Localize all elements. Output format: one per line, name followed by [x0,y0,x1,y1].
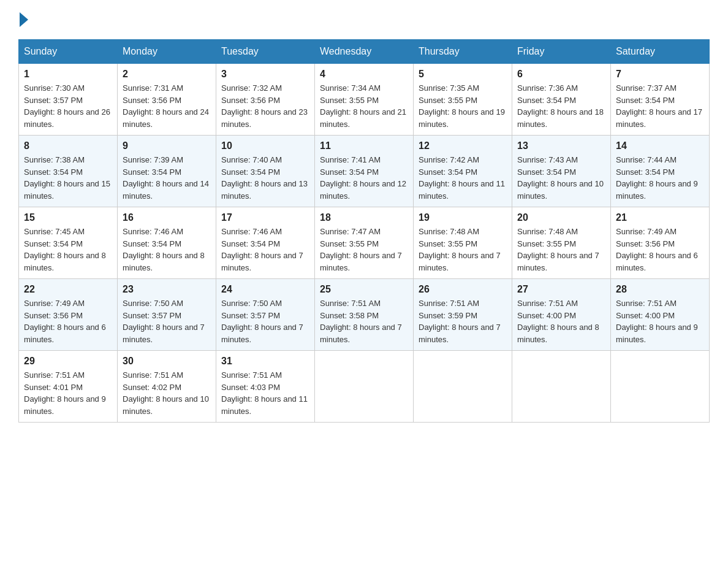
day-number: 27 [517,284,605,295]
calendar-cell: 16 Sunrise: 7:46 AMSunset: 3:54 PMDaylig… [118,207,216,279]
calendar-cell: 20 Sunrise: 7:48 AMSunset: 3:55 PMDaylig… [512,207,611,279]
calendar-cell: 6 Sunrise: 7:36 AMSunset: 3:54 PMDayligh… [512,64,611,136]
calendar-cell: 24 Sunrise: 7:50 AMSunset: 3:57 PMDaylig… [216,279,315,351]
day-number: 29 [24,356,112,367]
calendar-week-row: 29 Sunrise: 7:51 AMSunset: 4:01 PMDaylig… [19,351,710,423]
day-number: 5 [419,69,507,80]
day-info: Sunrise: 7:42 AMSunset: 3:54 PMDaylight:… [419,155,505,201]
calendar-cell: 4 Sunrise: 7:34 AMSunset: 3:55 PMDayligh… [315,64,414,136]
calendar-cell [414,351,512,423]
day-info: Sunrise: 7:35 AMSunset: 3:55 PMDaylight:… [419,83,505,129]
day-number: 1 [24,69,112,80]
weekday-header: Saturday [611,40,710,64]
day-info: Sunrise: 7:40 AMSunset: 3:54 PMDaylight:… [221,155,308,201]
day-number: 9 [123,140,211,151]
day-number: 11 [320,140,408,151]
calendar-cell: 12 Sunrise: 7:42 AMSunset: 3:54 PMDaylig… [414,136,512,207]
calendar-cell: 17 Sunrise: 7:46 AMSunset: 3:54 PMDaylig… [216,207,315,279]
day-number: 16 [123,212,211,223]
day-info: Sunrise: 7:45 AMSunset: 3:54 PMDaylight:… [24,227,106,272]
day-info: Sunrise: 7:51 AMSunset: 4:00 PMDaylight:… [616,299,698,344]
day-number: 31 [221,356,309,367]
calendar-cell: 29 Sunrise: 7:51 AMSunset: 4:01 PMDaylig… [19,351,118,423]
day-info: Sunrise: 7:37 AMSunset: 3:54 PMDaylight:… [616,83,702,129]
day-info: Sunrise: 7:51 AMSunset: 4:00 PMDaylight:… [517,299,599,344]
page-header [18,12,710,27]
day-number: 28 [616,284,704,295]
day-number: 3 [221,69,309,80]
day-number: 17 [221,212,309,223]
calendar-cell: 26 Sunrise: 7:51 AMSunset: 3:59 PMDaylig… [414,279,512,351]
calendar-cell: 21 Sunrise: 7:49 AMSunset: 3:56 PMDaylig… [611,207,710,279]
day-number: 12 [419,140,507,151]
calendar-cell: 31 Sunrise: 7:51 AMSunset: 4:03 PMDaylig… [216,351,315,423]
day-number: 18 [320,212,408,223]
calendar-cell: 23 Sunrise: 7:50 AMSunset: 3:57 PMDaylig… [118,279,216,351]
day-info: Sunrise: 7:31 AMSunset: 3:56 PMDaylight:… [123,83,209,129]
day-info: Sunrise: 7:36 AMSunset: 3:54 PMDaylight:… [517,83,604,129]
calendar-week-row: 15 Sunrise: 7:45 AMSunset: 3:54 PMDaylig… [19,207,710,279]
calendar-cell: 1 Sunrise: 7:30 AMSunset: 3:57 PMDayligh… [19,64,118,136]
day-info: Sunrise: 7:30 AMSunset: 3:57 PMDaylight:… [24,83,110,129]
day-number: 22 [24,284,112,295]
day-number: 8 [24,140,112,151]
day-info: Sunrise: 7:46 AMSunset: 3:54 PMDaylight:… [123,227,205,272]
calendar-cell: 15 Sunrise: 7:45 AMSunset: 3:54 PMDaylig… [19,207,118,279]
day-number: 26 [419,284,507,295]
calendar-cell [315,351,414,423]
calendar-cell: 3 Sunrise: 7:32 AMSunset: 3:56 PMDayligh… [216,64,315,136]
weekday-header: Friday [512,40,611,64]
day-number: 4 [320,69,408,80]
calendar-cell: 9 Sunrise: 7:39 AMSunset: 3:54 PMDayligh… [118,136,216,207]
weekday-header-row: SundayMondayTuesdayWednesdayThursdayFrid… [19,40,710,64]
calendar-cell: 18 Sunrise: 7:47 AMSunset: 3:55 PMDaylig… [315,207,414,279]
day-number: 20 [517,212,605,223]
day-info: Sunrise: 7:46 AMSunset: 3:54 PMDaylight:… [221,227,303,272]
day-info: Sunrise: 7:38 AMSunset: 3:54 PMDaylight:… [24,155,110,201]
day-info: Sunrise: 7:51 AMSunset: 4:01 PMDaylight:… [24,370,106,416]
day-info: Sunrise: 7:34 AMSunset: 3:55 PMDaylight:… [320,83,406,129]
calendar-week-row: 1 Sunrise: 7:30 AMSunset: 3:57 PMDayligh… [19,64,710,136]
day-number: 19 [419,212,507,223]
day-info: Sunrise: 7:41 AMSunset: 3:54 PMDaylight:… [320,155,406,201]
day-number: 7 [616,69,704,80]
day-info: Sunrise: 7:43 AMSunset: 3:54 PMDaylight:… [517,155,604,201]
calendar-cell: 30 Sunrise: 7:51 AMSunset: 4:02 PMDaylig… [118,351,216,423]
day-number: 30 [123,356,211,367]
day-info: Sunrise: 7:47 AMSunset: 3:55 PMDaylight:… [320,227,402,272]
day-number: 14 [616,140,704,151]
day-number: 10 [221,140,309,151]
calendar-cell: 5 Sunrise: 7:35 AMSunset: 3:55 PMDayligh… [414,64,512,136]
calendar-cell [611,351,710,423]
day-info: Sunrise: 7:50 AMSunset: 3:57 PMDaylight:… [123,299,205,344]
day-number: 6 [517,69,605,80]
weekday-header: Wednesday [315,40,414,64]
day-number: 21 [616,212,704,223]
day-info: Sunrise: 7:51 AMSunset: 3:58 PMDaylight:… [320,299,402,344]
calendar-cell: 19 Sunrise: 7:48 AMSunset: 3:55 PMDaylig… [414,207,512,279]
day-info: Sunrise: 7:49 AMSunset: 3:56 PMDaylight:… [616,227,698,272]
day-info: Sunrise: 7:39 AMSunset: 3:54 PMDaylight:… [123,155,209,201]
calendar-cell: 2 Sunrise: 7:31 AMSunset: 3:56 PMDayligh… [118,64,216,136]
day-number: 2 [123,69,211,80]
day-info: Sunrise: 7:32 AMSunset: 3:56 PMDaylight:… [221,83,308,129]
calendar-cell: 22 Sunrise: 7:49 AMSunset: 3:56 PMDaylig… [19,279,118,351]
calendar-cell: 7 Sunrise: 7:37 AMSunset: 3:54 PMDayligh… [611,64,710,136]
calendar-cell: 25 Sunrise: 7:51 AMSunset: 3:58 PMDaylig… [315,279,414,351]
day-info: Sunrise: 7:49 AMSunset: 3:56 PMDaylight:… [24,299,106,344]
day-number: 15 [24,212,112,223]
logo-arrow-icon [20,12,28,27]
weekday-header: Thursday [414,40,512,64]
day-info: Sunrise: 7:44 AMSunset: 3:54 PMDaylight:… [616,155,698,201]
day-info: Sunrise: 7:51 AMSunset: 4:02 PMDaylight:… [123,370,209,416]
day-number: 23 [123,284,211,295]
logo [18,12,29,27]
day-info: Sunrise: 7:51 AMSunset: 3:59 PMDaylight:… [419,299,501,344]
calendar-cell [512,351,611,423]
day-number: 13 [517,140,605,151]
calendar-cell: 8 Sunrise: 7:38 AMSunset: 3:54 PMDayligh… [19,136,118,207]
weekday-header: Tuesday [216,40,315,64]
calendar-cell: 28 Sunrise: 7:51 AMSunset: 4:00 PMDaylig… [611,279,710,351]
day-number: 24 [221,284,309,295]
calendar-cell: 10 Sunrise: 7:40 AMSunset: 3:54 PMDaylig… [216,136,315,207]
